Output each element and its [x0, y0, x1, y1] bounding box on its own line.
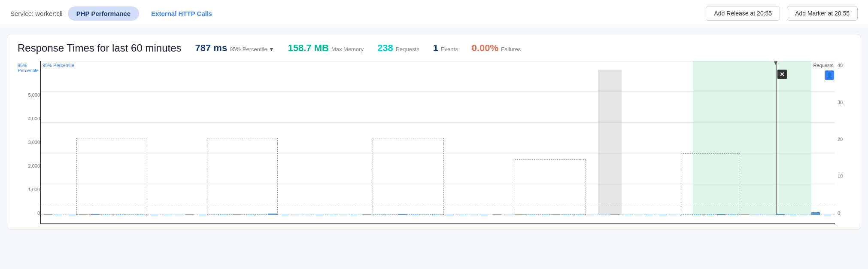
- bar-group: [432, 61, 443, 215]
- bar-response: [599, 215, 607, 215]
- bar-response: [280, 215, 288, 215]
- bar-group: [42, 61, 54, 215]
- bar-group: [515, 61, 526, 215]
- y-tick-4000: 4,000: [28, 116, 40, 121]
- bar-group: [480, 61, 491, 215]
- bar-response: [268, 214, 276, 215]
- bar-group: [137, 61, 148, 215]
- chart-header: Response Times for last 60 minutes 787 m…: [18, 42, 850, 54]
- bar-group: [173, 61, 184, 215]
- stat-value-response: 787 ms: [195, 43, 228, 54]
- bar-group: [338, 61, 349, 215]
- bar-group: [66, 61, 77, 215]
- bar-group: [149, 61, 160, 215]
- y-tick-right-10: 10: [838, 174, 843, 179]
- stat-value-memory: 158.7 MB: [288, 43, 328, 54]
- bar-response: [410, 215, 419, 215]
- bar-group: [550, 61, 561, 215]
- add-marker-button[interactable]: Add Marker at 20:55: [787, 6, 858, 21]
- add-release-button[interactable]: Add Release at 20:55: [706, 6, 780, 21]
- bar-group: [728, 61, 739, 215]
- stat-requests: 238 Requests: [377, 43, 419, 54]
- bar-group: [78, 61, 89, 215]
- stat-response-time: 787 ms 95% Percentile ▼: [195, 43, 274, 54]
- bar-group: [704, 61, 715, 215]
- bar-group: [361, 61, 373, 215]
- y-tick-2000: 2,000: [28, 163, 40, 168]
- bar-group: [302, 61, 313, 215]
- bar-group: [90, 61, 101, 215]
- bar-group: [798, 61, 810, 215]
- bar-group: [208, 61, 219, 215]
- bar-group: [231, 61, 243, 215]
- chart-card: Response Times for last 60 minutes 787 m…: [7, 34, 861, 230]
- y-tick-5000: 5,000: [28, 92, 40, 98]
- bar-group: [668, 61, 680, 215]
- bar-group: [763, 61, 774, 215]
- stat-failures: 0.00% Failures: [472, 43, 521, 54]
- bar-group: [633, 61, 644, 215]
- bar-group: [314, 61, 325, 215]
- y-axis-left: 95% Percentile 5,000 4,000 3,000 2,000 1…: [18, 61, 40, 224]
- bar-group: [102, 61, 113, 215]
- bar-response: [44, 214, 52, 215]
- stat-label-response: 95% Percentile ▼: [230, 46, 274, 52]
- tab-external-http[interactable]: External HTTP Calls: [143, 6, 221, 21]
- bar-response: [516, 214, 525, 215]
- bar-group: [822, 61, 833, 215]
- chart-title: Response Times for last 60 minutes: [18, 42, 182, 54]
- bar-group: [716, 61, 727, 215]
- service-label: Service: worker:cli: [10, 10, 63, 17]
- bar-group: [255, 61, 266, 215]
- bar-group: [444, 61, 455, 215]
- y-tick-right-40: 40: [838, 63, 843, 68]
- bar-response: [776, 214, 785, 215]
- y-tick-3000: 3,000: [28, 140, 40, 145]
- stat-label-requests: Requests: [396, 46, 419, 52]
- bar-group: [291, 61, 302, 215]
- bar-group: [657, 61, 668, 215]
- bar-group: [786, 61, 798, 215]
- bar-response: [717, 214, 725, 215]
- bar-group: [397, 61, 408, 215]
- bar-group: [621, 61, 632, 215]
- bar-group: [421, 61, 432, 215]
- stat-value-requests: 238: [377, 43, 393, 54]
- bar-group: [775, 61, 786, 215]
- bar-group: [220, 61, 231, 215]
- chart-inner: 95% Percentile Requests: [40, 61, 835, 224]
- bar-group: [468, 61, 479, 215]
- bar-group: [751, 61, 762, 215]
- bar-group: [184, 61, 195, 215]
- bar-group: [680, 61, 692, 215]
- bar-group: [692, 61, 703, 215]
- bar-group: [125, 61, 137, 215]
- bar-group: [373, 61, 384, 215]
- bar-group: [539, 61, 550, 215]
- bar-response: [233, 214, 241, 215]
- chart-area: 95% Percentile 5,000 4,000 3,000 2,000 1…: [18, 61, 850, 224]
- bar-group: [562, 61, 574, 215]
- bar-group: [574, 61, 585, 215]
- bar-group: [492, 61, 503, 215]
- bar-group: [645, 61, 656, 215]
- bar-group: [385, 61, 396, 215]
- y-axis-left-label: 95% Percentile: [18, 63, 40, 73]
- tab-php-performance[interactable]: PHP Performance: [68, 6, 139, 21]
- bar-group: [739, 61, 750, 215]
- bar-response: [610, 214, 619, 215]
- stat-value-events: 1: [433, 43, 438, 54]
- bar-group: [810, 61, 822, 215]
- stat-label-failures: Failures: [501, 46, 521, 52]
- bar-group: [113, 61, 124, 215]
- bar-group: [326, 61, 337, 215]
- bar-group: [456, 61, 467, 215]
- bar-group: [243, 61, 255, 215]
- bar-response: [811, 212, 820, 215]
- bar-group: [586, 61, 597, 215]
- bar-group: [349, 61, 361, 215]
- bar-response: [79, 214, 88, 215]
- stat-value-failures: 0.00%: [472, 43, 498, 54]
- y-axis-right: 40 30 20 10 0: [835, 61, 850, 224]
- percentile-arrow[interactable]: ▼: [269, 46, 274, 52]
